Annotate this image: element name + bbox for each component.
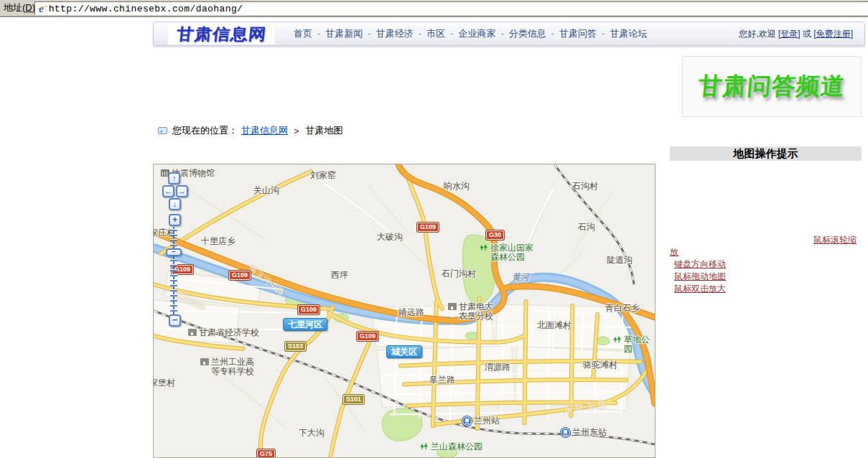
zoom-tick <box>170 284 177 286</box>
plus-icon: + <box>172 214 178 225</box>
arrow-down-icon: ↓ <box>173 200 177 208</box>
breadcrumb-prefix: 您现在的位置： <box>172 124 238 137</box>
zoom-tick <box>170 229 177 231</box>
zoom-tick <box>170 259 177 261</box>
zoom-tick <box>170 289 177 291</box>
map-canvas[interactable]: 地震博物馆刘家窑关山沟家庄村十里店乡大破沟西坪响水沟石沟村石沟陡道沟石门沟村家堡… <box>153 164 655 458</box>
nav-link-6[interactable]: 分类信息 <box>509 28 546 39</box>
zoom-tick <box>170 299 177 302</box>
address-input[interactable]: e http://www.chinesebx.com/daohang/ <box>34 1 868 15</box>
breadcrumb-current: 甘肃地图 <box>306 124 343 137</box>
qa-channel-banner[interactable]: 甘肃问答频道 <box>682 56 862 117</box>
main-nav: 首页-甘肃新闻-甘肃经济-市区-企业商家-分类信息-甘肃问答-甘肃论坛 <box>294 27 647 40</box>
welcome-area: 您好,欢迎 [登录] 或 [免费注册] <box>739 28 853 40</box>
minus-icon: − <box>172 248 176 256</box>
zoom-out-button[interactable]: − <box>169 314 181 327</box>
nav-separator: - <box>551 28 554 39</box>
zoom-tick <box>170 294 177 296</box>
zoom-tick <box>170 304 177 307</box>
arrow-right-icon: → <box>178 187 186 195</box>
minus-icon: − <box>172 314 178 325</box>
zoom-tick <box>170 269 177 271</box>
zoom-tick <box>170 279 177 281</box>
site-header: 甘肃信息网 首页-甘肃新闻-甘肃经济-市区-企业商家-分类信息-甘肃问答-甘肃论… <box>153 22 865 46</box>
speech-bubble-icon <box>158 127 167 134</box>
tip-link-4[interactable]: 鼠标双击放大 <box>674 284 726 294</box>
map-tips-title: 地图操作提示 <box>670 146 862 161</box>
arrow-left-icon: ← <box>164 187 172 195</box>
tip-link-3[interactable]: 鼠标拖动地图 <box>674 271 726 281</box>
zoom-in-button[interactable]: + <box>169 214 181 226</box>
tip-line: 键盘方向移动 <box>670 258 862 271</box>
tip-link-2[interactable]: 键盘方向移动 <box>674 259 726 269</box>
tip-line: 鼠标拖动地图 <box>670 271 862 283</box>
address-label: 地址(D) <box>4 1 35 14</box>
tip-line: 鼠标滚轮缩放 <box>670 234 862 258</box>
nav-link-5[interactable]: 企业商家 <box>458 28 495 39</box>
site-logo[interactable]: 甘肃信息网 <box>168 23 275 45</box>
nav-link-8[interactable]: 甘肃论坛 <box>610 28 647 39</box>
pan-down-button[interactable]: ↓ <box>169 198 181 210</box>
map-tips-list: 鼠标滚轮缩放 键盘方向移动鼠标拖动地图鼠标双击放大 <box>670 234 862 295</box>
login-link[interactable]: 登录 <box>780 29 798 39</box>
zoom-tick <box>170 274 177 276</box>
nav-link-7[interactable]: 甘肃问答 <box>559 28 597 39</box>
browser-address-bar: 地址(D) e http://www.chinesebx.com/daohang… <box>0 0 868 17</box>
nav-link-1[interactable]: 首页 <box>294 28 312 39</box>
address-url: http://www.chinesebx.com/daohang/ <box>49 4 243 14</box>
pan-left-button[interactable]: ← <box>162 185 174 197</box>
nav-separator: - <box>450 28 453 39</box>
ie-page-icon: e <box>39 3 44 15</box>
pan-right-button[interactable]: → <box>176 185 188 197</box>
welcome-text: 您好,欢迎 [ <box>739 29 780 39</box>
nav-separator: - <box>419 28 421 39</box>
arrow-up-icon: ↑ <box>172 174 177 182</box>
nav-separator: - <box>317 28 320 39</box>
tip-line: 鼠标双击放大 <box>670 283 862 295</box>
nav-separator: - <box>500 28 503 39</box>
nav-link-3[interactable]: 甘肃经济 <box>376 28 414 39</box>
banner-text: 甘肃问答频道 <box>697 70 846 103</box>
nav-link-2[interactable]: 甘肃新闻 <box>325 28 363 39</box>
breadcrumb: 您现在的位置： 甘肃信息网 > 甘肃地图 <box>158 125 343 136</box>
nav-separator: - <box>368 28 370 39</box>
zoom-slider-handle[interactable]: − <box>166 248 182 256</box>
zoom-tick <box>170 244 177 246</box>
zoom-tick <box>170 234 177 236</box>
nav-link-4[interactable]: 市区 <box>426 28 445 39</box>
zoom-tick <box>170 239 177 241</box>
zoom-tick <box>170 264 177 266</box>
zoom-tick <box>170 309 177 312</box>
map-controls: ↑ ← → ↓ + − − <box>154 164 655 458</box>
nav-separator: - <box>602 28 605 39</box>
breadcrumb-home-link[interactable]: 甘肃信息网 <box>241 124 288 137</box>
tip-link-scroll-zoom[interactable]: 鼠标滚轮缩放 <box>670 235 857 257</box>
register-link[interactable]: 免费注册 <box>816 29 851 39</box>
pan-up-button[interactable]: ↑ <box>168 172 180 184</box>
